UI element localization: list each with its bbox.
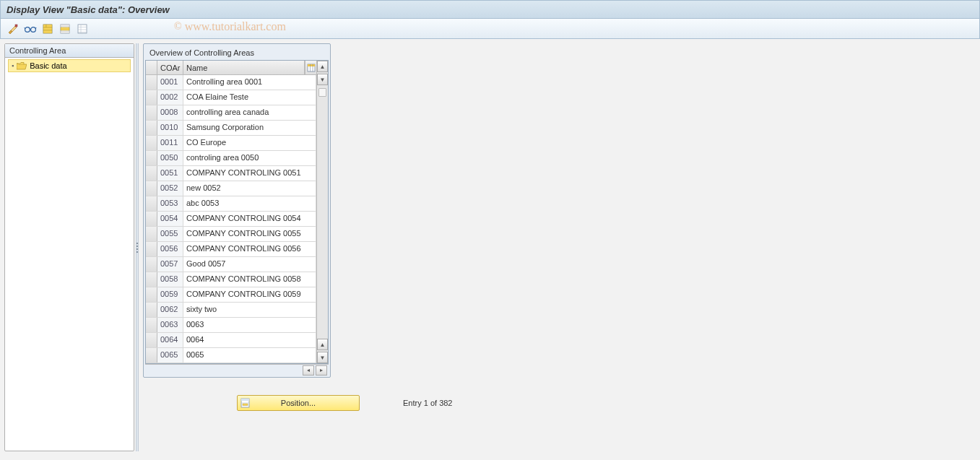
cell-name[interactable]: COMPANY CONTROLING 0055: [183, 227, 316, 241]
scroll-left-arrow[interactable]: ◂: [303, 365, 314, 376]
table-row[interactable]: 00640064: [146, 333, 316, 348]
app-toolbar: © www.tutorialkart.com: [0, 19, 980, 39]
row-selector[interactable]: [146, 333, 157, 347]
row-selector[interactable]: [146, 166, 157, 181]
vertical-splitter[interactable]: [136, 43, 139, 451]
position-button[interactable]: Position...: [237, 395, 360, 411]
cell-coar[interactable]: 0056: [157, 242, 183, 256]
row-selector[interactable]: [146, 242, 157, 256]
deselect-all-button[interactable]: [74, 22, 90, 36]
table-row[interactable]: 0056COMPANY CONTROLING 0056: [146, 242, 316, 257]
table-row[interactable]: 0011CO Europe: [146, 136, 316, 151]
cell-name[interactable]: CO Europe: [183, 136, 316, 150]
cell-name[interactable]: controling area 0050: [183, 151, 316, 165]
cell-name[interactable]: COA Elaine Teste: [183, 90, 316, 105]
table-row[interactable]: 0057Good 0057: [146, 257, 316, 272]
cell-name[interactable]: Controlling area 0001: [183, 75, 316, 90]
cell-name[interactable]: 0063: [183, 318, 316, 332]
cell-coar[interactable]: 0065: [157, 348, 183, 363]
table-row[interactable]: 0010Samsung Corporation: [146, 121, 316, 136]
column-header-coar[interactable]: COAr: [157, 61, 183, 74]
row-selector[interactable]: [146, 348, 157, 363]
table-row[interactable]: 0052new 0052: [146, 181, 316, 196]
select-block-button[interactable]: [57, 22, 73, 36]
cell-name[interactable]: sixty two: [183, 303, 316, 317]
column-header-name[interactable]: Name: [183, 61, 305, 74]
cell-coar[interactable]: 0057: [157, 257, 183, 272]
cell-name[interactable]: Good 0057: [183, 257, 316, 272]
main-column: Overview of Controlling Areas COAr Name: [143, 43, 976, 451]
scroll-thumb[interactable]: [318, 88, 326, 97]
table-row[interactable]: 0058COMPANY CONTROLING 0058: [146, 272, 316, 287]
cell-coar[interactable]: 0002: [157, 90, 183, 105]
column-header-selector[interactable]: [146, 61, 157, 74]
table-row[interactable]: 0059COMPANY CONTROLING 0059: [146, 287, 316, 303]
cell-coar[interactable]: 0010: [157, 121, 183, 135]
row-selector[interactable]: [146, 151, 157, 165]
row-selector[interactable]: [146, 121, 157, 135]
cell-coar[interactable]: 0058: [157, 272, 183, 287]
row-selector[interactable]: [146, 75, 157, 90]
cell-coar[interactable]: 0064: [157, 333, 183, 347]
row-selector[interactable]: [146, 272, 157, 287]
table-row[interactable]: 0002COA Elaine Teste: [146, 90, 316, 105]
vertical-scrollbar[interactable]: ▲ ▼ ▲ ▼: [316, 61, 328, 363]
cell-name[interactable]: 0065: [183, 348, 316, 363]
row-selector[interactable]: [146, 227, 157, 241]
row-selector[interactable]: [146, 303, 157, 317]
table-row[interactable]: 0001Controlling area 0001: [146, 75, 316, 90]
table-row[interactable]: 0054COMPANY CONTROLING 0054: [146, 212, 316, 227]
cell-name[interactable]: COMPANY CONTROLING 0051: [183, 166, 316, 181]
scroll-page-down-arrow[interactable]: ▼: [317, 352, 328, 363]
cell-name[interactable]: new 0052: [183, 181, 316, 196]
cell-coar[interactable]: 0053: [157, 196, 183, 211]
cell-name[interactable]: COMPANY CONTROLING 0058: [183, 272, 316, 287]
tree-item-basic-data[interactable]: ▪ Basic data: [8, 59, 131, 72]
table-row[interactable]: 0008controlling area canada: [146, 105, 316, 121]
row-selector[interactable]: [146, 105, 157, 120]
row-selector[interactable]: [146, 181, 157, 196]
cell-name[interactable]: COMPANY CONTROLING 0056: [183, 242, 316, 256]
cell-name[interactable]: Samsung Corporation: [183, 121, 316, 135]
cell-coar[interactable]: 0008: [157, 105, 183, 120]
row-selector[interactable]: [146, 212, 157, 226]
details-button[interactable]: [22, 22, 38, 36]
pencil-glasses-icon: [7, 24, 19, 34]
table-row[interactable]: 00650065: [146, 348, 316, 363]
cell-coar[interactable]: 0062: [157, 303, 183, 317]
table-row[interactable]: 0051COMPANY CONTROLING 0051: [146, 166, 316, 181]
table-row[interactable]: 0050controling area 0050: [146, 151, 316, 166]
scroll-right-arrow[interactable]: ▸: [316, 365, 327, 376]
row-selector[interactable]: [146, 287, 157, 302]
cell-coar[interactable]: 0011: [157, 136, 183, 150]
scroll-up-arrow[interactable]: ▲: [317, 61, 328, 72]
cell-coar[interactable]: 0050: [157, 151, 183, 165]
cell-name[interactable]: abc 0053: [183, 196, 316, 211]
cell-coar[interactable]: 0054: [157, 212, 183, 226]
cell-coar[interactable]: 0059: [157, 287, 183, 302]
cell-coar[interactable]: 0055: [157, 227, 183, 241]
cell-coar[interactable]: 0052: [157, 181, 183, 196]
cell-name[interactable]: COMPANY CONTROLING 0054: [183, 212, 316, 226]
horizontal-scrollbar[interactable]: ◂ ▸: [145, 364, 329, 376]
cell-coar[interactable]: 0063: [157, 318, 183, 332]
table-row[interactable]: 0055COMPANY CONTROLING 0055: [146, 227, 316, 242]
row-selector[interactable]: [146, 196, 157, 211]
row-selector[interactable]: [146, 257, 157, 272]
row-selector[interactable]: [146, 136, 157, 150]
table-row[interactable]: 0053abc 0053: [146, 196, 316, 212]
table-row[interactable]: 00630063: [146, 318, 316, 333]
cell-name[interactable]: controlling area canada: [183, 105, 316, 120]
scroll-page-up-arrow[interactable]: ▲: [317, 339, 328, 350]
toggle-display-change-button[interactable]: [5, 22, 21, 36]
cell-name[interactable]: COMPANY CONTROLING 0059: [183, 287, 316, 302]
row-selector[interactable]: [146, 318, 157, 332]
table-row[interactable]: 0062sixty two: [146, 303, 316, 318]
cell-coar[interactable]: 0051: [157, 166, 183, 181]
cell-coar[interactable]: 0001: [157, 75, 183, 90]
select-all-button[interactable]: [40, 22, 56, 36]
cell-name[interactable]: 0064: [183, 333, 316, 347]
scroll-down-arrow[interactable]: ▼: [317, 74, 328, 85]
row-selector[interactable]: [146, 90, 157, 105]
table-settings-button[interactable]: [305, 61, 316, 74]
